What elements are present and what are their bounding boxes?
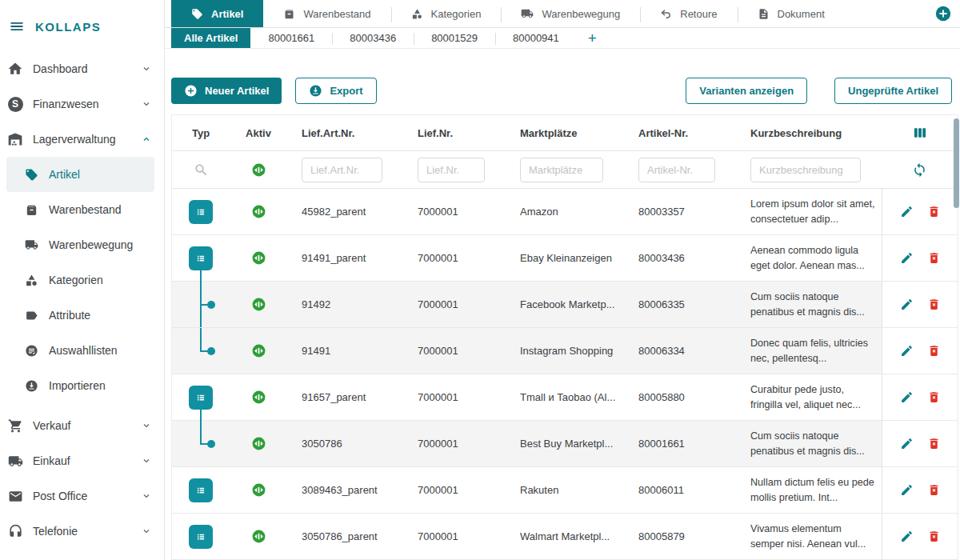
columns-icon[interactable] [882,125,958,141]
scrollbar-thumb[interactable] [954,118,959,208]
sidebar-item-warenbewegung[interactable]: Warenbewegung [6,227,154,262]
filter-lief-nr-input[interactable] [418,158,485,182]
tab-kategorien[interactable]: Kategorien [391,0,502,27]
unchecked-articles-button[interactable]: Ungeprüfte Artikel [834,78,952,104]
actions-cell [882,421,958,466]
chevron-down-icon [142,64,151,74]
tab-warenbestand[interactable]: Warenbestand [263,0,390,27]
chevron-down-icon [142,526,151,536]
subtab-80003436[interactable]: 80003436 [332,28,414,48]
article-subtabbar: Alle Artikel 80001661 80003436 80001529 … [165,28,960,49]
kurzbeschreibung-cell: Aenean commodo ligula eget dolor. Aenean… [736,243,882,273]
chevron-down-icon [142,456,151,466]
sidebar-item-kategorien[interactable]: Kategorien [6,262,154,298]
tab-warenbewegung[interactable]: Warenbewegung [501,0,640,27]
subtab-80000941[interactable]: 80000941 [495,28,577,48]
active-status-icon[interactable] [251,204,266,219]
show-variants-button[interactable]: Varianten anzeigen [686,78,807,104]
edit-pencil-icon[interactable] [900,251,914,265]
active-status-icon[interactable] [251,529,266,544]
table-row[interactable]: 3050786_parent 7000001 Walmart Marketpl.… [172,514,958,560]
brand-name: KOLLAPS [35,20,101,34]
delete-trash-icon[interactable] [927,205,941,218]
sidebar-item-finanzwesen[interactable]: Finanzwesen [0,86,164,122]
edit-pencil-icon[interactable] [900,205,914,218]
sidebar-item-warenbestand[interactable]: Warenbestand [6,192,154,227]
artikel-nr-cell: 80006011 [624,484,736,496]
kurzbeschreibung-cell: Cum sociis natoque penatibus et magnis d… [736,429,882,458]
edit-pencil-icon[interactable] [900,298,914,311]
active-cell [230,235,287,281]
active-cell [230,421,287,466]
sidebar-item-einkauf[interactable]: Einkauf [0,443,164,478]
table-row[interactable]: 45982_parent 7000001 Amazon 80003357 Lor… [172,189,958,235]
active-status-icon[interactable] [251,436,266,451]
active-filter-icon[interactable] [230,162,287,178]
edit-pencil-icon[interactable] [900,344,914,358]
lief-nr-cell: 7000001 [403,391,506,403]
artikel-nr-cell: 80001661 [624,438,736,450]
table-row[interactable]: 3089463_parent 7000001 Rakuten 80006011 … [172,467,958,514]
active-status-icon[interactable] [251,343,266,358]
filter-marktplaetze-input[interactable] [520,158,603,182]
lief-art-nr-cell: 91491 [287,345,403,357]
parent-list-icon[interactable] [189,200,213,224]
subtab-80001529[interactable]: 80001529 [414,28,495,48]
table-row[interactable]: 91491 7000001 Instagram Shopping 8000633… [172,328,958,374]
subtab-80001661[interactable]: 80001661 [250,28,332,48]
parent-list-icon[interactable] [189,246,213,270]
artikel-nr-cell: 80006334 [624,345,736,357]
refresh-icon[interactable] [882,162,958,178]
active-status-icon[interactable] [251,482,266,498]
sidebar-item-telefonie[interactable]: Telefonie [0,514,164,549]
edit-pencil-icon[interactable] [900,530,914,543]
delete-trash-icon[interactable] [927,298,941,311]
tab-artikel[interactable]: Artikel [171,0,263,27]
artikel-nr-cell: 80003357 [624,206,736,218]
parent-list-icon[interactable] [189,386,213,410]
tab-dokument[interactable]: Dokument [738,0,845,27]
filter-kurzbeschreibung-input[interactable] [750,158,861,182]
actions-cell [882,282,958,327]
parent-list-icon[interactable] [189,478,213,502]
delete-trash-icon[interactable] [927,530,941,543]
filter-lief-art-nr-input[interactable] [302,158,382,182]
add-tab-button[interactable] [934,0,952,27]
table-row[interactable]: 91492 7000001 Facebook Marketp... 800063… [172,282,958,328]
tab-retoure[interactable]: Retoure [640,0,737,27]
sidebar-item-dashboard[interactable]: Dashboard [0,51,164,86]
delete-trash-icon[interactable] [927,437,941,450]
delete-trash-icon[interactable] [927,251,941,265]
sidebar-item-post-office[interactable]: Post Office [0,478,164,514]
add-subtab-button[interactable]: + [577,28,608,48]
active-status-icon[interactable] [251,297,266,312]
sidebar-item-attribute[interactable]: Attribute [6,298,154,333]
table-row[interactable]: 91491_parent 7000001 Ebay Kleinanzeigen … [172,235,958,282]
edit-pencil-icon[interactable] [900,437,914,450]
sidebar-item-verkauf[interactable]: Verkauf [0,408,164,443]
sidebar-item-auswahllisten[interactable]: Auswahllisten [6,333,154,368]
active-status-icon[interactable] [251,390,266,405]
subtab-alle-artikel[interactable]: Alle Artikel [171,28,250,48]
filter-artikel-nr-input[interactable] [638,158,715,182]
edit-pencil-icon[interactable] [900,390,914,404]
delete-trash-icon[interactable] [927,390,941,404]
marktplatz-cell: Best Buy Marketpl... [506,438,624,450]
marktplatz-cell: Ebay Kleinanzeigen [506,252,624,264]
artikel-nr-cell: 80003436 [624,252,736,264]
new-article-button[interactable]: Neuer Artikel [171,78,282,104]
export-button[interactable]: Export [295,78,376,104]
table-row[interactable]: 91657_parent 7000001 Tmall и Taobao (Al.… [172,374,958,421]
active-status-icon[interactable] [251,250,266,266]
sidebar-item-lagerverwaltung[interactable]: Lagerverwaltung [0,122,164,157]
sidebar-item-artikel[interactable]: Artikel [6,157,154,192]
sidebar-item-importieren[interactable]: Importieren [6,368,154,403]
marktplatz-cell: Amazon [506,206,624,218]
parent-list-icon[interactable] [189,525,213,549]
delete-trash-icon[interactable] [927,344,941,358]
edit-pencil-icon[interactable] [900,483,914,497]
delete-trash-icon[interactable] [927,483,941,497]
mail-icon [7,488,23,504]
menu-icon[interactable] [9,18,25,34]
table-row[interactable]: 3050786 7000001 Best Buy Marketpl... 800… [172,421,958,467]
